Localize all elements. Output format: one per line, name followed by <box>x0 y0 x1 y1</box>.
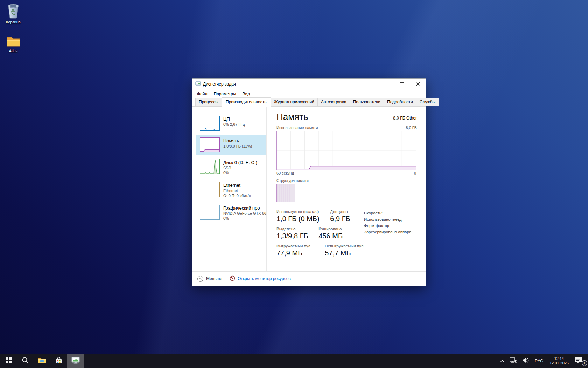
detail-hardware-reserved: Зарезервировано аппара... <box>364 229 415 235</box>
memory-total: 8,0 ГБ Other <box>393 116 417 122</box>
task-manager-taskbar-button[interactable] <box>67 354 84 368</box>
tab-app-history[interactable]: Журнал приложений <box>271 98 318 106</box>
desktop-icon-label: Корзина <box>0 20 27 24</box>
folder-icon <box>0 35 27 48</box>
sidebar-item-disk[interactable]: Диск 0 (D: E: C:) SSD 0% <box>196 156 266 178</box>
date: 12.01.2025 <box>550 361 569 366</box>
network-icon <box>510 357 517 365</box>
tab-services[interactable]: Службы <box>416 98 439 106</box>
menu-options[interactable]: Параметры <box>211 90 239 97</box>
store-button[interactable] <box>50 354 67 368</box>
task-manager-icon <box>71 356 80 366</box>
file-explorer-icon <box>38 357 46 365</box>
file-explorer-button[interactable] <box>34 354 50 368</box>
search-button[interactable] <box>17 354 34 368</box>
task-manager-window: Диспетчер задач Файл Параметры Вид Проце… <box>192 78 426 286</box>
disk-title: Диск 0 (D: E: C:) <box>223 159 257 165</box>
sidebar-item-cpu[interactable]: ЦП 0% 2,67 ГГц <box>196 113 266 134</box>
fewer-details-button[interactable]: Меньше <box>206 276 222 281</box>
axis-right-label: 0 <box>414 171 416 175</box>
language-indicator[interactable]: РУС <box>532 354 546 368</box>
memory-usage-graph <box>276 131 416 170</box>
disk-usage: 0% <box>223 170 257 175</box>
disk-mini-graph <box>200 159 220 174</box>
performance-sidebar: ЦП 0% 2,67 ГГц Память 1,0/8,0 ГБ (12%) <box>192 107 267 271</box>
usage-graph-max: 8,0 ГБ <box>406 125 417 130</box>
search-icon <box>22 357 29 365</box>
action-center-button[interactable]: 1 <box>572 354 588 368</box>
cpu-mini-graph <box>200 116 220 131</box>
collapse-chevron-icon[interactable] <box>197 276 203 282</box>
menu-file[interactable]: Файл <box>194 90 211 97</box>
disk-type: SSD <box>223 165 257 170</box>
memory-composition-bar <box>276 184 416 202</box>
desktop-icon-label: Atlas <box>0 49 27 53</box>
cpu-subtitle: 0% 2,67 ГГц <box>223 122 245 127</box>
usage-graph-label: Использование памяти <box>276 125 318 130</box>
show-hidden-icons-button[interactable] <box>497 354 507 368</box>
detail-form-factor: Форм-фактор: <box>364 223 415 229</box>
tab-users[interactable]: Пользователи <box>350 98 384 106</box>
title-bar[interactable]: Диспетчер задач <box>192 79 426 90</box>
composition-label: Структура памяти <box>276 178 417 183</box>
stat-nonpaged-pool: Невыгружаемый пул 57,7 МБ <box>325 244 363 257</box>
stat-cached: Кэшировано 456 МБ <box>318 227 343 240</box>
system-tray: РУС 12:14 12.01.2025 1 <box>497 354 588 368</box>
gpu-name: NVIDIA GeForce GTX 660 <box>223 211 266 216</box>
ethernet-title: Ethernet <box>223 182 251 188</box>
detail-speed: Скорость: <box>364 210 415 216</box>
sidebar-item-ethernet[interactable]: Ethernet Ethernet О: 0 П: 0 кбит/с <box>196 179 266 201</box>
taskbar: РУС 12:14 12.01.2025 1 <box>0 354 588 368</box>
tab-bar: Процессы Производительность Журнал прило… <box>192 98 426 107</box>
stat-paged-pool: Выгружаемый пул 77,9 МБ <box>276 244 324 257</box>
start-button[interactable] <box>0 354 17 368</box>
network-tray-button[interactable] <box>507 354 520 368</box>
windows-logo-icon <box>6 357 12 365</box>
desktop-icon-atlas[interactable]: Atlas <box>0 35 27 53</box>
task-manager-icon <box>195 81 201 88</box>
stat-available: Доступно 6,9 ГБ <box>330 210 350 223</box>
ethernet-name: Ethernet <box>223 188 251 193</box>
close-button[interactable] <box>410 79 426 90</box>
memory-subtitle: 1,0/8,0 ГБ (12%) <box>223 144 252 149</box>
clock[interactable]: 12:14 12.01.2025 <box>546 354 572 368</box>
sidebar-item-gpu[interactable]: Графический про NVIDIA GeForce GTX 660 0… <box>196 202 266 224</box>
ethernet-mini-graph <box>200 182 220 197</box>
recycle-bin-icon <box>0 3 27 19</box>
memory-panel: Память 8,0 ГБ Other Использование памяти… <box>267 107 426 271</box>
desktop-icon-recycle-bin[interactable]: Корзина <box>0 3 27 24</box>
detail-slots-used: Использовано гнезд: <box>364 216 415 223</box>
memory-hardware-details: Скорость: Использовано гнезд: Форм-факто… <box>364 210 415 235</box>
maximize-button[interactable] <box>394 79 410 90</box>
chevron-up-icon <box>500 358 505 364</box>
composition-segment-modified <box>295 184 303 202</box>
action-center-icon <box>574 357 582 366</box>
memory-stats: Используется (сжатая) 1,0 ГБ (0 МБ) Дост… <box>276 210 417 257</box>
store-icon <box>55 356 62 366</box>
speaker-icon <box>522 357 529 364</box>
memory-mini-graph <box>200 137 220 152</box>
composition-segment-inuse <box>277 184 295 202</box>
menu-bar: Файл Параметры Вид <box>192 90 426 98</box>
footer-divider <box>226 276 226 281</box>
resource-monitor-icon <box>230 275 235 282</box>
tab-processes[interactable]: Процессы <box>195 98 222 106</box>
tab-startup[interactable]: Автозагрузка <box>317 98 350 106</box>
minimize-button[interactable] <box>378 79 394 90</box>
gpu-title: Графический про <box>223 205 266 211</box>
tab-details[interactable]: Подробности <box>384 98 416 106</box>
open-resource-monitor-link[interactable]: Открыть монитор ресурсов <box>238 276 291 281</box>
tab-performance[interactable]: Производительность <box>222 97 271 107</box>
window-title: Диспетчер задач <box>203 82 236 87</box>
notification-badge: 1 <box>582 360 587 366</box>
sidebar-item-memory[interactable]: Память 1,0/8,0 ГБ (12%) <box>196 135 266 155</box>
ethernet-throughput: О: 0 П: 0 кбит/с <box>223 193 251 198</box>
stat-committed: Выделено 1,3/9,8 ГБ <box>276 227 317 240</box>
cpu-title: ЦП <box>223 116 245 122</box>
memory-title: Память <box>223 138 252 144</box>
menu-view[interactable]: Вид <box>239 90 253 97</box>
gpu-mini-graph <box>200 205 220 220</box>
time: 12:14 <box>550 356 569 361</box>
axis-left-label: 60 секунд <box>276 171 294 175</box>
volume-tray-button[interactable] <box>520 354 532 368</box>
